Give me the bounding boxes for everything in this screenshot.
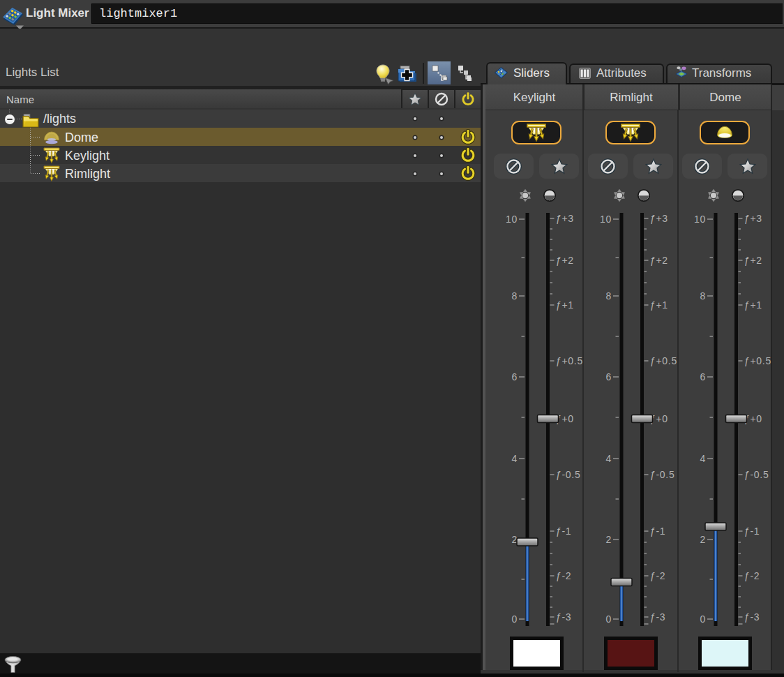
svg-text:ƒ-1: ƒ-1 (650, 526, 665, 537)
svg-text:ƒ+3: ƒ+3 (744, 213, 762, 224)
svg-text:ƒ-0.5: ƒ-0.5 (556, 469, 580, 480)
svg-text:ƒ-2: ƒ-2 (744, 570, 760, 581)
svg-text:0: 0 (606, 613, 612, 625)
svg-text:ƒ+1: ƒ+1 (650, 299, 668, 311)
svg-text:ƒ-3: ƒ-3 (650, 611, 665, 623)
svg-text:ƒ-0.5: ƒ-0.5 (650, 469, 674, 480)
svg-text:ƒ+0.5: ƒ+0.5 (744, 355, 771, 366)
svg-text:ƒ-2: ƒ-2 (556, 570, 571, 581)
svg-text:ƒ+3: ƒ+3 (556, 213, 574, 224)
svg-text:ƒ-3: ƒ-3 (744, 611, 760, 623)
svg-text:6: 6 (512, 371, 518, 382)
svg-text:4: 4 (512, 453, 518, 464)
svg-text:ƒ-0.5: ƒ-0.5 (744, 469, 769, 480)
svg-text:2: 2 (606, 534, 612, 545)
svg-text:ƒ+2: ƒ+2 (650, 255, 668, 266)
svg-text:ƒ-3: ƒ-3 (556, 611, 571, 623)
svg-text:10: 10 (600, 214, 612, 225)
svg-text:2: 2 (700, 534, 707, 545)
svg-text:4: 4 (606, 453, 612, 464)
svg-text:ƒ-1: ƒ-1 (744, 526, 760, 537)
svg-text:ƒ-1: ƒ-1 (556, 526, 571, 537)
svg-text:ƒ+1: ƒ+1 (744, 299, 762, 311)
svg-text:ƒ+1: ƒ+1 (556, 299, 574, 311)
svg-text:ƒ+2: ƒ+2 (744, 255, 762, 266)
svg-text:6: 6 (700, 371, 707, 382)
svg-text:8: 8 (606, 290, 612, 302)
svg-text:0: 0 (700, 613, 707, 625)
svg-text:ƒ-2: ƒ-2 (650, 570, 665, 581)
svg-text:8: 8 (700, 290, 707, 302)
svg-text:10: 10 (506, 214, 518, 225)
svg-text:6: 6 (606, 371, 612, 382)
svg-text:4: 4 (700, 453, 707, 464)
svg-text:0: 0 (512, 613, 518, 625)
svg-text:10: 10 (694, 214, 706, 225)
svg-text:8: 8 (512, 290, 518, 302)
svg-text:ƒ+2: ƒ+2 (556, 255, 574, 266)
svg-text:ƒ+3: ƒ+3 (650, 213, 668, 224)
